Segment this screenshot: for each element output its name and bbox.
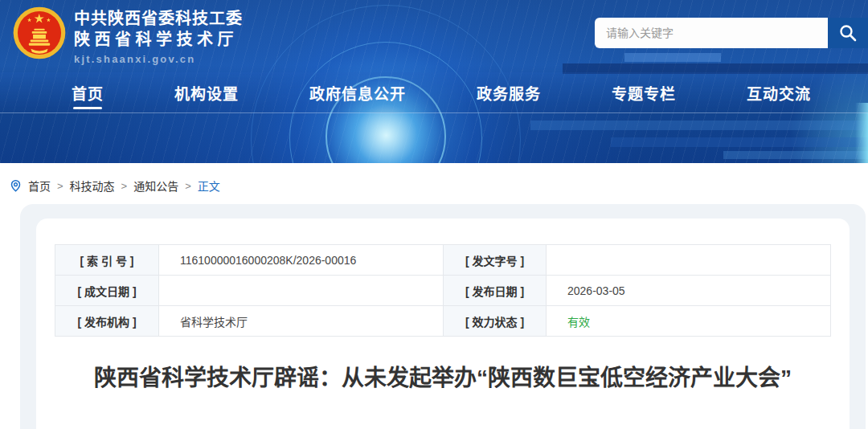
breadcrumb-item-tech-news[interactable]: 科技动态 bbox=[70, 178, 115, 194]
meta-value-issuing-org: 省科学技术厅 bbox=[159, 306, 444, 337]
doc-meta-table: [ 索 引 号 ] 11610000016000208K/2026-00016 … bbox=[55, 244, 831, 337]
breadcrumb-separator: > bbox=[121, 180, 128, 192]
site-brand: 中共陕西省委科技工委 陕西省科学技术厅 kjt.shaanxi.gov.cn bbox=[13, 6, 243, 65]
org-name-line1: 中共陕西省委科技工委 bbox=[74, 9, 243, 28]
site-header: 中共陕西省委科技工委 陕西省科学技术厅 kjt.shaanxi.gov.cn 首… bbox=[0, 0, 868, 163]
meta-value-index-number: 11610000016000208K/2026-00016 bbox=[159, 245, 444, 276]
page: 中共陕西省委科技工委 陕西省科学技术厅 kjt.shaanxi.gov.cn 首… bbox=[0, 0, 868, 429]
meta-label-issuing-org: [ 发布机构 ] bbox=[55, 306, 159, 337]
meta-label-written-date: [ 成文日期 ] bbox=[55, 276, 159, 306]
national-emblem-logo bbox=[13, 6, 66, 59]
search-button[interactable] bbox=[828, 18, 868, 48]
site-url: kjt.shaanxi.gov.cn bbox=[74, 53, 243, 65]
meta-value-publish-date: 2026-03-05 bbox=[547, 276, 831, 306]
decor-bar bbox=[611, 137, 868, 147]
breadcrumb-separator: > bbox=[185, 180, 191, 192]
nav-item-org[interactable]: 机构设置 bbox=[174, 72, 239, 113]
nav-item-gov-info[interactable]: 政府信息公开 bbox=[309, 72, 406, 113]
meta-value-validity: 有效 bbox=[547, 306, 831, 337]
location-pin-icon bbox=[10, 179, 22, 193]
decor-bar bbox=[624, 53, 721, 62]
search-input[interactable] bbox=[595, 18, 828, 48]
breadcrumb-separator: > bbox=[57, 180, 63, 192]
meta-value-written-date bbox=[159, 276, 444, 306]
nav-item-home[interactable]: 首页 bbox=[72, 72, 104, 113]
breadcrumb-item-home[interactable]: 首页 bbox=[28, 178, 51, 194]
decor-bar bbox=[530, 121, 868, 130]
table-row: [ 索 引 号 ] 11610000016000208K/2026-00016 … bbox=[55, 245, 831, 276]
decor-bar bbox=[723, 151, 868, 159]
nav-item-interaction[interactable]: 互动交流 bbox=[747, 72, 811, 113]
meta-label-validity: [ 效力状态 ] bbox=[444, 306, 547, 337]
meta-label-publish-date: [ 发布日期 ] bbox=[444, 276, 547, 306]
breadcrumb-item-notices[interactable]: 通知公告 bbox=[133, 178, 178, 194]
meta-value-doc-number bbox=[547, 245, 831, 276]
breadcrumb: 首页 > 科技动态 > 通知公告 > 正文 bbox=[10, 176, 868, 195]
content-panel: [ 索 引 号 ] 11610000016000208K/2026-00016 … bbox=[20, 204, 866, 429]
meta-label-doc-number: [ 发文字号 ] bbox=[444, 245, 547, 276]
table-row: [ 发布机构 ] 省科学技术厅 [ 效力状态 ] 有效 bbox=[55, 306, 831, 337]
org-name-line2: 陕西省科学技术厅 bbox=[74, 30, 243, 49]
nav-item-services[interactable]: 政务服务 bbox=[477, 72, 541, 113]
meta-label-index-number: [ 索 引 号 ] bbox=[55, 245, 159, 276]
article-title: 陕西省科学技术厅辟谣：从未发起举办“陕西数巨宝低空经济产业大会” bbox=[65, 361, 821, 395]
site-search bbox=[595, 18, 868, 48]
content-card: [ 索 引 号 ] 11610000016000208K/2026-00016 … bbox=[36, 219, 850, 429]
table-row: [ 成文日期 ] [ 发布日期 ] 2026-03-05 bbox=[55, 276, 831, 306]
main-nav: 首页 机构设置 政府信息公开 政务服务 专题专栏 互动交流 bbox=[0, 72, 868, 113]
breadcrumb-item-current: 正文 bbox=[198, 178, 220, 194]
search-icon bbox=[838, 23, 858, 43]
nav-item-topics[interactable]: 专题专栏 bbox=[612, 72, 676, 113]
